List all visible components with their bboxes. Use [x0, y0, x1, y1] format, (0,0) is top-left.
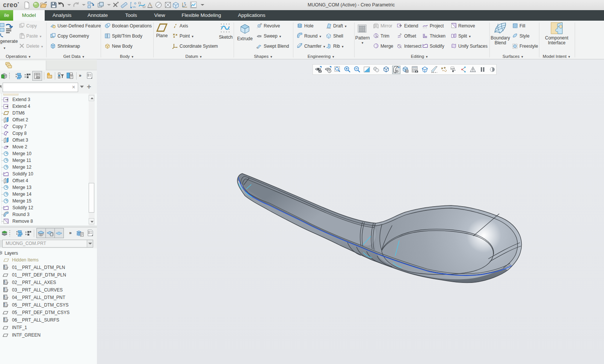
- svg-text:z: z: [185, 3, 186, 6]
